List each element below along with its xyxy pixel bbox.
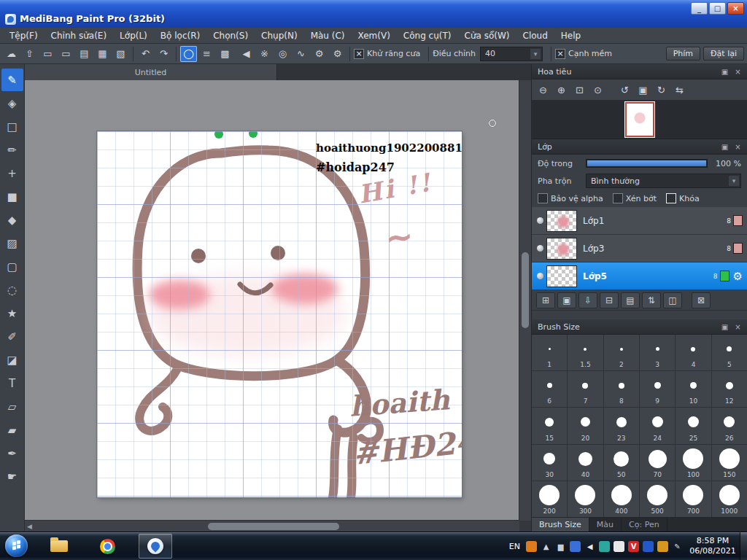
brush-size-12[interactable]: 12 xyxy=(712,371,747,407)
drawing-canvas[interactable]: hoaithuong190220088110 #hoidap247 Hi !! … xyxy=(97,131,462,497)
layer-visibility-dot[interactable] xyxy=(537,245,543,252)
navigator-thumbnail[interactable] xyxy=(625,102,654,137)
brush-size-200[interactable]: 200 xyxy=(532,481,567,517)
add-folder-icon[interactable]: ⊟ xyxy=(600,292,619,308)
brush-size-5[interactable]: 5 xyxy=(712,335,747,370)
brush-size-26[interactable]: 26 xyxy=(712,408,747,443)
ring-icon[interactable]: ◎ xyxy=(274,46,291,62)
zoom-in-icon[interactable]: ⊕ xyxy=(553,82,570,98)
menu-item-3[interactable]: Lớp(L) xyxy=(113,28,154,44)
menu-item-8[interactable]: Xem(V) xyxy=(352,28,397,44)
show-desktop-button[interactable] xyxy=(740,532,747,560)
brush-size-100[interactable]: 100 xyxy=(676,445,711,481)
taskbar-medibang-button[interactable] xyxy=(139,534,172,559)
brush-size-24[interactable]: 24 xyxy=(640,408,675,443)
gradient-tool[interactable]: ▨ xyxy=(1,232,23,254)
tray-teal-icon[interactable] xyxy=(599,541,610,552)
duplicate-layer-icon[interactable]: ▣ xyxy=(557,292,576,308)
brush-size-10[interactable]: 10 xyxy=(676,371,711,407)
tray-shield-icon[interactable] xyxy=(643,541,654,552)
vertical-scrollbar[interactable] xyxy=(519,80,531,521)
select-rect-tool[interactable]: ▢ xyxy=(1,255,23,278)
merge-down-icon[interactable]: ⇩ xyxy=(578,292,597,308)
brush-size-500[interactable]: 500 xyxy=(640,481,675,517)
grid-document-icon[interactable]: ▦ xyxy=(94,46,111,62)
pen-tool[interactable]: ✏ xyxy=(1,139,23,161)
layer-visibility-dot[interactable] xyxy=(537,217,543,224)
folder-icon[interactable]: ▤ xyxy=(621,292,640,308)
fit-window-icon[interactable]: ⊡ xyxy=(571,82,588,98)
tray-signal-icon[interactable]: ▆ xyxy=(555,541,566,552)
brush-size-2[interactable]: 2 xyxy=(604,335,639,370)
panel-tab-1[interactable]: Brush Size xyxy=(532,518,589,532)
brush-size-1.5[interactable]: 1.5 xyxy=(568,335,603,370)
brush-size-3[interactable]: 3 xyxy=(640,335,675,370)
tray-volume-icon[interactable]: ◀ xyxy=(584,541,595,552)
canvas-viewport[interactable]: hoaithuong190220088110 #hoidap247 Hi !! … xyxy=(25,80,519,521)
upload-icon[interactable]: ⇧ xyxy=(21,46,38,62)
vertical-scrollbar-thumb[interactable] xyxy=(522,252,529,328)
menu-item-2[interactable]: Chỉnh sửa(E) xyxy=(44,28,114,44)
magic-wand-tool[interactable]: ★ xyxy=(1,302,23,324)
blend-dropdown[interactable]: Bình thường xyxy=(586,174,741,188)
navigator-preview-area[interactable] xyxy=(532,101,747,139)
brush-size-8[interactable]: 8 xyxy=(604,371,639,407)
tray-amber-icon[interactable] xyxy=(657,541,668,552)
brush-size-700[interactable]: 700 xyxy=(676,481,711,517)
rotate-left-icon[interactable]: ↺ xyxy=(616,82,633,98)
layer-settings-gear-icon[interactable]: ⚙ xyxy=(733,270,743,283)
tray-orange-icon[interactable] xyxy=(526,541,537,552)
brush-size-25[interactable]: 25 xyxy=(676,408,711,443)
settings-gear-icon[interactable]: ⚙ xyxy=(329,46,346,62)
opacity-slider[interactable] xyxy=(586,159,708,168)
redo-icon[interactable]: ↷ xyxy=(155,46,172,62)
start-button[interactable] xyxy=(5,534,28,557)
operation-tool[interactable]: ▱ xyxy=(1,395,23,418)
halftone-icon[interactable]: ▩ xyxy=(217,46,233,62)
reset-button[interactable]: Đặt lại xyxy=(703,47,744,61)
cloud-icon[interactable]: ☁ xyxy=(3,46,20,62)
fill-rect-tool[interactable]: ■ xyxy=(1,185,23,208)
brush-size-15[interactable]: 15 xyxy=(532,408,567,443)
reorder-layer-icon[interactable]: ⇅ xyxy=(642,292,661,308)
lasso-tool[interactable]: ◌ xyxy=(1,279,23,301)
parallel-lines-icon[interactable]: ≡ xyxy=(198,46,215,62)
horizontal-scrollbar[interactable] xyxy=(25,520,519,532)
brush-size-6[interactable]: 6 xyxy=(532,371,567,407)
panel-tab-2[interactable]: Màu xyxy=(589,518,622,532)
titlebar[interactable]: MediBang Paint Pro (32bit) _□× xyxy=(0,0,747,28)
tray-display-icon[interactable] xyxy=(570,541,581,552)
brush-size-150[interactable]: 150 xyxy=(712,445,747,481)
undo-icon[interactable]: ↶ xyxy=(137,46,154,62)
brush-size-40[interactable]: 40 xyxy=(568,445,603,481)
back-icon[interactable]: ◀ xyxy=(238,46,255,62)
protect-alpha-checkbox[interactable] xyxy=(538,193,548,203)
brush-size-20[interactable]: 20 xyxy=(568,408,603,443)
brush-size-300[interactable]: 300 xyxy=(568,481,603,517)
eraser-tool[interactable]: ▰ xyxy=(1,419,23,441)
hand-tool[interactable]: ☛ xyxy=(1,465,23,488)
eyedropper-tool[interactable]: ✒ xyxy=(1,442,23,464)
brush-size-70[interactable]: 70 xyxy=(640,445,675,481)
crystal-tool[interactable]: ◈ xyxy=(1,92,23,114)
crop-icon[interactable]: ▣ xyxy=(635,82,651,98)
minimize-button[interactable]: _ xyxy=(691,2,708,15)
bucket-tool[interactable]: ◆ xyxy=(1,209,23,231)
brush-gear-icon[interactable]: ⚙ xyxy=(311,46,328,62)
soft-edge-checkbox[interactable] xyxy=(555,49,565,59)
adjust-dropdown[interactable]: 40 xyxy=(480,47,543,61)
delete-layer-icon[interactable]: ⊠ xyxy=(692,292,711,308)
brush-size-1000[interactable]: 1000 xyxy=(712,481,747,517)
document-icon[interactable]: ▤ xyxy=(76,46,93,62)
chat-icon[interactable]: ▭ xyxy=(58,46,74,62)
menu-item-7[interactable]: Màu (C) xyxy=(304,28,352,44)
move-tool[interactable]: + xyxy=(1,162,23,184)
menu-item-10[interactable]: Cửa sổ(W) xyxy=(458,28,516,44)
antialias-checkbox[interactable] xyxy=(354,49,364,59)
clip-layer-icon[interactable]: ◫ xyxy=(663,292,682,308)
scatter-icon[interactable]: ※ xyxy=(256,46,273,62)
layer-visibility-dot[interactable] xyxy=(537,273,543,279)
horizontal-scrollbar-thumb[interactable] xyxy=(208,523,339,530)
taskbar-chrome-button[interactable] xyxy=(90,534,124,559)
clipping-checkbox[interactable] xyxy=(613,193,623,203)
